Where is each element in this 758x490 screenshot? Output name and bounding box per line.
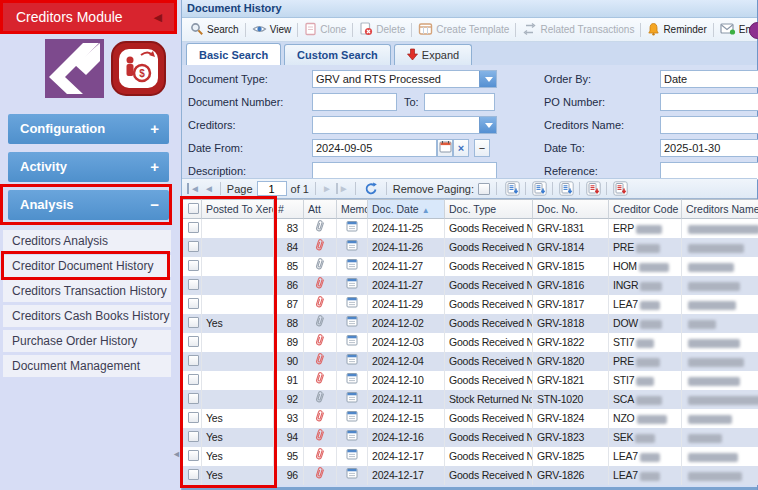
sidebar-section-activity[interactable]: Activity+ xyxy=(8,152,169,182)
header-cell-att[interactable]: Att xyxy=(304,199,337,219)
attachment-cell xyxy=(304,314,337,333)
row-checkbox[interactable] xyxy=(188,469,199,480)
sidebar-item-document-management[interactable]: Document Management xyxy=(3,355,171,377)
first-page-button[interactable]: ◄ xyxy=(187,183,200,194)
row-checkbox[interactable] xyxy=(188,336,199,347)
select-all-checkbox[interactable] xyxy=(188,203,199,214)
sidebar-item-purchase-order-history[interactable]: Purchase Order History xyxy=(3,330,171,352)
row-checkbox[interactable] xyxy=(188,355,199,366)
tab-basic-search[interactable]: Basic Search xyxy=(186,43,281,65)
row-checkbox[interactable] xyxy=(188,298,199,309)
sidebar-item-creditors-analysis[interactable]: Creditors Analysis xyxy=(3,230,171,252)
redacted-text xyxy=(635,434,655,443)
search-button[interactable]: Search xyxy=(186,20,243,40)
table-row[interactable]: Yes932024-12-15Goods Received N...GRV-18… xyxy=(182,409,758,428)
table-row[interactable]: 912024-12-10Goods Received N...GRV-1821S… xyxy=(182,371,758,390)
creditors-name-cell xyxy=(682,295,758,314)
header-cell-posted-to-xero[interactable]: Posted To Xero xyxy=(202,199,274,219)
previous-page-button[interactable]: ◄ xyxy=(204,183,214,194)
creditors-name-cell xyxy=(682,352,758,371)
view-button[interactable]: View xyxy=(248,20,296,40)
table-row[interactable]: Yes952024-12-17Goods Received N...GRV-18… xyxy=(182,447,758,466)
row-select-cell xyxy=(182,295,202,314)
order-by-input[interactable]: Date xyxy=(660,70,758,88)
attachment-cell xyxy=(304,466,337,485)
collapse-arrow-icon[interactable]: ◀ xyxy=(154,3,162,31)
sidebar-item-creditor-document-history[interactable]: Creditor Document History xyxy=(3,255,171,277)
row-checkbox[interactable] xyxy=(188,241,199,252)
row-checkbox[interactable] xyxy=(188,393,199,404)
header-select-all[interactable] xyxy=(182,199,202,219)
row-checkbox[interactable] xyxy=(188,317,199,328)
table-row[interactable]: 832024-11-25Goods Received N...GRV-1831E… xyxy=(182,219,758,238)
po-number-input[interactable] xyxy=(660,93,758,111)
tab-custom-search[interactable]: Custom Search xyxy=(284,44,391,65)
export-pdf-icon[interactable] xyxy=(584,180,602,197)
reminder-button[interactable]: Reminder xyxy=(643,20,710,40)
table-row[interactable]: Yes962024-12-17Goods Received N...GRV-18… xyxy=(182,466,758,485)
memo-cell xyxy=(337,466,368,485)
redacted-text xyxy=(688,225,758,234)
export-excel-icon[interactable] xyxy=(503,180,521,197)
sidebar-section-analysis[interactable]: Analysis− xyxy=(8,190,169,220)
table-row[interactable]: Yes882024-12-02Goods Received N...GRV-18… xyxy=(182,314,758,333)
attachment-cell xyxy=(304,428,337,447)
redacted-text xyxy=(640,472,660,481)
header-cell-creditor-code[interactable]: Creditor Code xyxy=(609,199,682,219)
sidebar-item-creditors-cash-books-history[interactable]: Creditors Cash Books History xyxy=(3,305,171,327)
creditors-name-input[interactable] xyxy=(660,116,758,134)
header-cell-creditors-name[interactable]: Creditors Name xyxy=(682,199,758,219)
table-row[interactable]: 922024-12-11Stock Returned NoteSTN-1020S… xyxy=(182,390,758,409)
remove-paging-checkbox[interactable] xyxy=(478,183,490,195)
last-page-button[interactable]: ► xyxy=(336,183,349,194)
header-cell-doc-date[interactable]: Doc. Date▲ xyxy=(368,199,445,219)
page-number-input[interactable] xyxy=(257,181,287,196)
memo-cell xyxy=(337,238,368,257)
sidebar: Creditors Module ◀ $ Configuration+Activ… xyxy=(0,0,181,490)
table-row[interactable]: 902024-12-04Goods Received N...GRV-1820P… xyxy=(182,352,758,371)
header-cell-memo[interactable]: Memo xyxy=(337,199,368,219)
date-to-input[interactable]: 2025-01-30 xyxy=(660,139,758,157)
doc-no-cell: GRV-1822 xyxy=(533,333,609,352)
tab-expand[interactable]: Expand xyxy=(394,44,472,65)
doc-type-cell: Goods Received N... xyxy=(445,219,533,238)
sidebar-section-label: Activity xyxy=(20,159,67,174)
section-toggle-icon[interactable]: + xyxy=(150,152,159,182)
table-row[interactable]: 842024-11-26Goods Received N...GRV-1814P… xyxy=(182,238,758,257)
redacted-text xyxy=(636,225,662,234)
paperclip-icon xyxy=(315,336,325,348)
table-row[interactable]: 892024-12-03Goods Received N...GRV-1822S… xyxy=(182,333,758,352)
doc-date-cell: 2024-12-15 xyxy=(368,409,445,428)
table-row[interactable]: 852024-11-27Goods Received N...GRV-1815H… xyxy=(182,257,758,276)
row-checkbox[interactable] xyxy=(188,412,199,423)
splitter-collapse-icon[interactable]: ◄ xyxy=(172,449,181,459)
table-row[interactable]: 872024-11-29Goods Received N...GRV-1817L… xyxy=(182,295,758,314)
row-select-cell xyxy=(182,257,202,276)
header-cell-doc-no[interactable]: Doc. No. xyxy=(533,199,609,219)
sidebar-section-configuration[interactable]: Configuration+ xyxy=(8,114,169,144)
table-row[interactable]: Yes942024-12-16Goods Received N...GRV-18… xyxy=(182,428,758,447)
row-checkbox[interactable] xyxy=(188,222,199,233)
redacted-text xyxy=(688,358,744,367)
refresh-icon[interactable] xyxy=(362,180,380,197)
row-checkbox[interactable] xyxy=(188,450,199,461)
table-row[interactable]: 862024-11-27Goods Received N...GRV-1816I… xyxy=(182,276,758,295)
module-header[interactable]: Creditors Module ◀ xyxy=(3,3,174,31)
row-checkbox[interactable] xyxy=(188,374,199,385)
header-cell-[interactable]: # xyxy=(274,199,304,219)
row-checkbox[interactable] xyxy=(188,431,199,442)
redacted-text xyxy=(688,472,742,481)
sidebar-item-creditors-transaction-history[interactable]: Creditors Transaction History xyxy=(3,280,171,302)
header-cell-doc-type[interactable]: Doc. Type xyxy=(445,199,533,219)
row-checkbox[interactable] xyxy=(188,260,199,271)
export-csv-icon[interactable] xyxy=(530,180,548,197)
paperclip-icon xyxy=(315,450,325,462)
export-xml-icon[interactable] xyxy=(557,180,575,197)
form-label-order-by: Order By: xyxy=(544,70,656,88)
next-page-button[interactable]: ► xyxy=(322,183,332,194)
attachment-cell xyxy=(304,257,337,276)
row-checkbox[interactable] xyxy=(188,279,199,290)
section-toggle-icon[interactable]: + xyxy=(150,114,159,144)
export-print-icon[interactable] xyxy=(611,180,629,197)
section-toggle-icon[interactable]: − xyxy=(150,190,159,220)
